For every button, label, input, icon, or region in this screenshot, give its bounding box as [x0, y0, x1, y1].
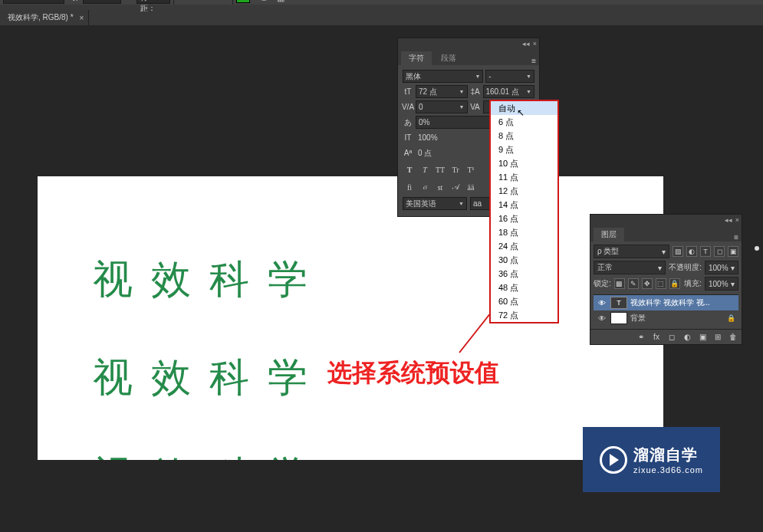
panel-menu-icon[interactable]: ≡: [734, 233, 738, 241]
ligature-button[interactable]: fi: [403, 181, 416, 193]
kerning-select[interactable]: 0▼: [416, 100, 468, 113]
bold-button[interactable]: T: [403, 163, 416, 176]
dropdown-item[interactable]: 18 点: [491, 225, 557, 239]
layers-panel-titlebar[interactable]: ◂◂ ×: [590, 215, 742, 225]
dropdown-item[interactable]: 36 点: [491, 267, 557, 281]
watermark-brand: 溜溜自学: [633, 445, 703, 465]
layer-list: 👁 T 视效科学 视效科学 视... 👁 背景 🔒: [594, 294, 738, 326]
lock-transparency-icon[interactable]: ▩: [614, 278, 625, 289]
delete-layer-icon[interactable]: 🗑: [728, 332, 738, 343]
smallcaps-button[interactable]: Tr: [449, 163, 462, 176]
layer-item-text[interactable]: 👁 T 视效科学 视效科学 视...: [594, 295, 738, 310]
document-tabs: 视效科学, RGB/8) * ×: [0, 10, 89, 25]
layer-fx-icon[interactable]: fx: [651, 332, 662, 343]
fill-label: 填充:: [684, 278, 702, 289]
canvas-text-1[interactable]: 视效科学: [93, 253, 326, 307]
leading-icon: ‡A: [470, 87, 481, 96]
layer-thumbnail: T: [610, 297, 627, 309]
tab-character[interactable]: 字符: [401, 51, 432, 65]
fill-input[interactable]: 100%▾: [705, 277, 738, 291]
visibility-icon[interactable]: 👁: [597, 313, 607, 323]
group-icon[interactable]: ▣: [697, 332, 708, 343]
canvas-text-2[interactable]: 视效科学: [93, 351, 326, 405]
tab-paragraph[interactable]: 段落: [433, 51, 464, 65]
new-layer-icon[interactable]: ⊞: [712, 332, 723, 343]
document-tab[interactable]: 视效科学, RGB/8) * ×: [0, 10, 89, 25]
link-layers-icon[interactable]: ⚭: [636, 332, 646, 343]
blend-mode-select[interactable]: 正常▾: [594, 261, 666, 274]
lock-pixels-icon[interactable]: ✎: [628, 278, 639, 289]
size-icon: tT: [403, 87, 413, 96]
superscript-button[interactable]: T¹: [464, 163, 478, 176]
filter-shape-icon[interactable]: ◻: [714, 246, 725, 257]
hscale-icon: IT: [403, 133, 413, 142]
leading-select[interactable]: 160.01 点▼: [483, 85, 535, 98]
font-size-select[interactable]: 72 点▼: [416, 85, 468, 98]
align-right-icon[interactable]: ≡: [214, 0, 229, 5]
allcaps-button[interactable]: TT: [433, 163, 447, 176]
dropdown-item[interactable]: 24 点: [491, 239, 557, 253]
contextual-button[interactable]: 𝜎: [418, 181, 432, 193]
decorative-dot: [755, 246, 759, 251]
align-center-icon[interactable]: ≡: [197, 0, 212, 5]
align-left-icon[interactable]: ≡: [180, 0, 196, 5]
layer-name[interactable]: 背景: [630, 313, 724, 323]
collapse-icon[interactable]: ◂◂: [522, 40, 530, 48]
dropdown-item[interactable]: 14 点: [491, 198, 557, 212]
adjustment-layer-icon[interactable]: ◐: [682, 332, 692, 343]
panel-titlebar[interactable]: ◂◂ ×: [398, 38, 539, 48]
vscale-icon: あ: [403, 117, 413, 128]
play-icon: [600, 446, 627, 474]
close-icon[interactable]: ×: [735, 216, 739, 224]
visibility-icon[interactable]: 👁: [597, 297, 607, 308]
filter-smart-icon[interactable]: ▣: [728, 246, 738, 257]
filter-type-icon[interactable]: T: [700, 246, 711, 257]
stylistic-button[interactable]: st: [433, 181, 447, 193]
layer-name[interactable]: 视效科学 视效科学 视...: [630, 297, 735, 308]
lock-position-icon[interactable]: ✥: [642, 278, 653, 289]
panel-menu-icon[interactable]: ≡: [531, 57, 536, 65]
dropdown-item[interactable]: 9 点: [491, 143, 557, 156]
font-style-select[interactable]: -▼: [485, 70, 534, 83]
layer-item-background[interactable]: 👁 背景 🔒: [594, 310, 738, 326]
italic-button[interactable]: T: [418, 163, 432, 176]
lock-artboard-icon[interactable]: ⬚: [656, 278, 666, 289]
lock-all-icon[interactable]: 🔒: [669, 278, 680, 289]
layers-panel: ◂◂ × 图层 ≡ ρ 类型▾ ▧ ◐ T ◻ ▣ 正常▾ 不透明度: 100%…: [590, 214, 742, 345]
leading-dropdown[interactable]: 自动 6 点 8 点 9 点 10 点 11 点 12 点 14 点 16 点 …: [489, 100, 559, 323]
layer-thumbnail: [610, 312, 627, 324]
swash-button[interactable]: 𝒜: [449, 181, 462, 193]
dropdown-item[interactable]: 30 点: [491, 253, 557, 267]
tab-layers[interactable]: 图层: [594, 228, 624, 241]
dropdown-item[interactable]: 8 点: [491, 129, 557, 143]
watermark-url: zixue.3d66.com: [633, 465, 703, 475]
dropdown-item[interactable]: 16 点: [491, 212, 557, 225]
dropdown-item[interactable]: 10 点: [491, 156, 557, 170]
filter-pixel-icon[interactable]: ▧: [673, 246, 683, 257]
options-font[interactable]: [3, 0, 64, 4]
close-icon[interactable]: ×: [533, 40, 537, 48]
annotation-label: 选择系统预设值: [327, 356, 499, 390]
language-select[interactable]: 美国英语▼: [403, 197, 467, 210]
text-color-swatch[interactable]: [236, 0, 250, 3]
font-family-select[interactable]: 黑体▼: [403, 70, 483, 83]
warp-icon[interactable]: ⌂: [256, 0, 271, 5]
options-size[interactable]: [83, 0, 121, 4]
dropdown-item[interactable]: 60 点: [491, 294, 557, 308]
dropdown-item[interactable]: 11 点: [491, 170, 557, 184]
close-icon[interactable]: ×: [80, 14, 84, 22]
watermark: 溜溜自学 zixue.3d66.com: [583, 427, 720, 492]
panel-toggle-icon[interactable]: ▥: [273, 0, 288, 5]
titling-button[interactable]: āā: [464, 181, 478, 193]
dropdown-item[interactable]: 72 点: [491, 308, 557, 322]
filter-kind-select[interactable]: ρ 类型▾: [594, 245, 669, 258]
dropdown-item[interactable]: 48 点: [491, 281, 557, 294]
dropdown-item[interactable]: 12 点: [491, 184, 557, 198]
opacity-input[interactable]: 100%▾: [705, 261, 738, 274]
canvas[interactable]: 视效科学 视效科学 视效科学 选择系统预设值: [38, 176, 663, 460]
options-aa[interactable]: 行距：: [136, 0, 170, 4]
canvas-text-3[interactable]: 视效科学: [93, 449, 326, 460]
layer-mask-icon[interactable]: ◻: [666, 332, 677, 343]
collapse-icon[interactable]: ◂◂: [725, 216, 732, 224]
filter-adjust-icon[interactable]: ◐: [686, 246, 697, 257]
